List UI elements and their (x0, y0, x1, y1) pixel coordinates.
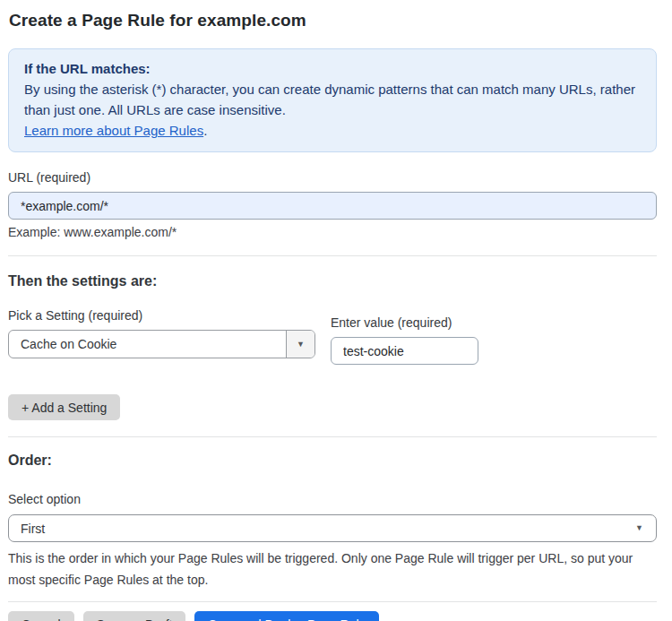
chevron-down-icon: ▼ (635, 524, 643, 532)
info-box-body: By using the asterisk (*) character, you… (24, 79, 641, 120)
info-box-heading: If the URL matches: (24, 58, 641, 79)
link-suffix: . (203, 123, 207, 138)
setting-row: Pick a Setting (required) Cache on Cooki… (8, 308, 657, 365)
order-help-text: This is the order in which your Page Rul… (8, 548, 657, 591)
save-and-deploy-button[interactable]: Save and Deploy Page Rule (194, 611, 379, 621)
divider (8, 601, 657, 602)
setting-select-value: Cache on Cookie (9, 337, 286, 351)
divider (8, 436, 657, 437)
pick-setting-label: Pick a Setting (required) (8, 308, 315, 323)
order-select[interactable]: First ▼ (8, 514, 657, 542)
url-input[interactable] (8, 192, 657, 220)
learn-more-link[interactable]: Learn more about Page Rules (24, 123, 203, 138)
url-example-text: Example: www.example.com/* (8, 225, 657, 239)
action-button-row: Cancel Save as Draft Save and Deploy Pag… (8, 611, 657, 621)
add-setting-button[interactable]: + Add a Setting (8, 394, 120, 420)
order-select-label: Select option (8, 492, 657, 506)
url-match-info-box: If the URL matches: By using the asteris… (8, 48, 657, 152)
cancel-button[interactable]: Cancel (8, 611, 74, 621)
enter-value-label: Enter value (required) (331, 315, 478, 330)
settings-section-heading: Then the settings are: (8, 273, 657, 289)
setting-select[interactable]: Cache on Cookie ▼ (8, 330, 315, 358)
setting-value-input[interactable] (331, 337, 478, 365)
info-box-link-line: Learn more about Page Rules. (24, 120, 641, 141)
url-field-label: URL (required) (8, 170, 657, 185)
order-section-heading: Order: (8, 453, 657, 469)
page-title: Create a Page Rule for example.com (9, 11, 657, 30)
save-as-draft-button[interactable]: Save as Draft (83, 611, 186, 621)
divider (8, 255, 657, 256)
enter-value-column: Enter value (required) (331, 315, 478, 365)
pick-setting-column: Pick a Setting (required) Cache on Cooki… (8, 308, 315, 358)
setting-select-arrow-button[interactable]: ▼ (286, 331, 314, 358)
create-page-rule-form: Create a Page Rule for example.com If th… (0, 0, 672, 621)
chevron-down-icon: ▼ (297, 341, 305, 349)
order-select-value: First (21, 522, 45, 536)
